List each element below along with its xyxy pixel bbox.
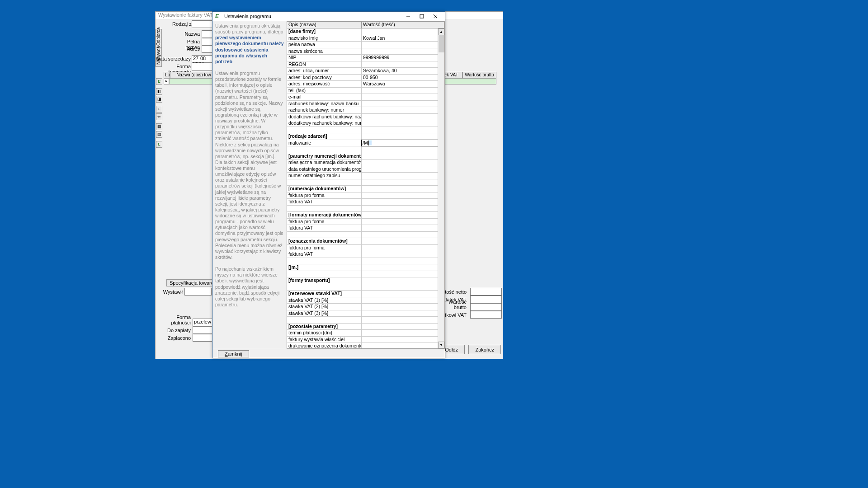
- table-row[interactable]: faktura pro forma: [287, 245, 438, 252]
- table-row[interactable]: dodatkowy rachunek bankowy: nazwa banku: [287, 114, 438, 121]
- tool-btn-6[interactable]: ▤: [156, 131, 162, 138]
- cell-wartosc[interactable]: 9999999999: [362, 55, 438, 61]
- cell-wartosc[interactable]: Warszawa: [362, 81, 438, 87]
- cell-wartosc[interactable]: [362, 212, 438, 218]
- cell-wartosc[interactable]: [362, 133, 438, 140]
- cell-wartosc[interactable]: [362, 61, 438, 68]
- cell-wartosc[interactable]: [362, 153, 438, 160]
- table-row[interactable]: malowanie/M: [287, 140, 438, 147]
- podatek-vat-input[interactable]: [470, 296, 502, 303]
- tool-btn-4[interactable]: ⇐: [156, 113, 162, 120]
- table-row[interactable]: nazwa skrócona: [287, 48, 438, 55]
- odatkowi-vat-input[interactable]: [470, 311, 502, 319]
- table-row[interactable]: [rodzaje zdarzeń]: [287, 133, 438, 140]
- cell-wartosc[interactable]: [362, 317, 438, 323]
- cell-wartosc[interactable]: [362, 337, 438, 343]
- table-row[interactable]: adres: miejscowośćWarszawa: [287, 81, 438, 88]
- cell-wartosc[interactable]: [362, 219, 438, 225]
- table-row[interactable]: stawka VAT (1) [%]: [287, 297, 438, 304]
- cell-wartosc[interactable]: Kowal Jan: [362, 35, 438, 42]
- close-button[interactable]: [429, 12, 442, 21]
- cell-wartosc[interactable]: 00-950: [362, 75, 438, 81]
- cell-wartosc[interactable]: [362, 146, 438, 153]
- table-row[interactable]: [287, 317, 438, 324]
- table-row[interactable]: dodatkowy rachunek bankowy: numer: [287, 120, 438, 127]
- cell-wartosc[interactable]: /M: [362, 140, 438, 146]
- wystawil-input[interactable]: [184, 288, 212, 296]
- table-row[interactable]: NIP9999999999: [287, 55, 438, 61]
- table-row[interactable]: miesięczna numeracja dokumentów: [287, 160, 438, 166]
- do-zaplaty-input[interactable]: [193, 326, 213, 334]
- table-row[interactable]: [jm.]: [287, 264, 438, 271]
- table-row[interactable]: [287, 232, 438, 239]
- cell-wartosc[interactable]: [362, 330, 438, 336]
- cell-wartosc[interactable]: [362, 28, 438, 35]
- maximize-button[interactable]: [415, 12, 429, 21]
- table-row[interactable]: [numeracja dokumentów]: [287, 186, 438, 192]
- cell-wartosc[interactable]: [362, 225, 438, 231]
- table-row[interactable]: tel. (fax): [287, 88, 438, 94]
- table-row[interactable]: e-mail: [287, 94, 438, 101]
- wartosc-brutto-input[interactable]: [470, 303, 502, 311]
- table-row[interactable]: [rezerwowe stawki VAT]: [287, 291, 438, 297]
- cell-wartosc[interactable]: [362, 42, 438, 48]
- cell-wartosc[interactable]: [362, 166, 438, 173]
- scroll-up-button[interactable]: ▲: [438, 28, 444, 35]
- tab-odbiorca[interactable]: Odbiorca: [156, 29, 162, 48]
- cell-wartosc[interactable]: [362, 186, 438, 192]
- cell-wartosc[interactable]: [362, 277, 438, 284]
- minimize-button[interactable]: [401, 12, 415, 21]
- table-row[interactable]: faktura pro forma: [287, 219, 438, 225]
- table-row[interactable]: data ostatniego uruchomienia programu: [287, 166, 438, 173]
- wartosc-netto-input[interactable]: [470, 288, 502, 296]
- table-row[interactable]: stawka VAT (3) [%]: [287, 310, 438, 317]
- cell-wartosc[interactable]: [362, 238, 438, 244]
- table-row[interactable]: [287, 258, 438, 265]
- zamknij-button[interactable]: Zamknij: [218, 350, 249, 357]
- table-row[interactable]: [287, 179, 438, 186]
- forma-platnosci-input[interactable]: przelew: [193, 319, 213, 326]
- cell-wartosc[interactable]: [362, 271, 438, 277]
- tool-e-icon[interactable]: E: [156, 78, 162, 85]
- cell-wartosc[interactable]: [362, 101, 438, 107]
- table-row[interactable]: stawka VAT (2) [%]: [287, 304, 438, 310]
- table-row[interactable]: numer ostatniego zapisu: [287, 173, 438, 179]
- cell-wartosc[interactable]: [362, 251, 438, 258]
- cell-wartosc[interactable]: [362, 264, 438, 271]
- table-row[interactable]: [287, 146, 438, 153]
- table-row[interactable]: [287, 206, 438, 212]
- table-row[interactable]: [pozostałe parametry]: [287, 324, 438, 330]
- cell-wartosc[interactable]: [362, 94, 438, 100]
- table-row[interactable]: nazwisko imięKowal Jan: [287, 35, 438, 42]
- table-row[interactable]: [parametry numeracji dokumentów]: [287, 153, 438, 160]
- table-row[interactable]: drukowanie oznaczenia dokumentu: [287, 343, 438, 348]
- zaplacono-input[interactable]: [193, 334, 213, 342]
- cell-wartosc[interactable]: [362, 192, 438, 199]
- table-row[interactable]: rachunek bankowy: nazwa banku: [287, 101, 438, 108]
- cell-wartosc[interactable]: [362, 114, 438, 120]
- edit-cell[interactable]: /M: [361, 140, 438, 147]
- cell-wartosc[interactable]: [362, 310, 438, 317]
- cell-wartosc[interactable]: [362, 206, 438, 212]
- cell-wartosc[interactable]: [362, 120, 438, 127]
- cell-wartosc[interactable]: [362, 291, 438, 297]
- tool-btn-5[interactable]: ▦: [156, 123, 162, 130]
- cell-wartosc[interactable]: [362, 88, 438, 94]
- cell-wartosc[interactable]: [362, 199, 438, 205]
- table-row[interactable]: termin płatności [dni]: [287, 330, 438, 337]
- table-row[interactable]: faktura VAT: [287, 251, 438, 258]
- cell-wartosc[interactable]: [362, 173, 438, 179]
- table-row[interactable]: faktura VAT: [287, 199, 438, 206]
- table-row[interactable]: faktury wystawia właściciel: [287, 337, 438, 343]
- table-row[interactable]: [formy transportu]: [287, 277, 438, 284]
- cell-wartosc[interactable]: [362, 160, 438, 166]
- cell-wartosc[interactable]: [362, 297, 438, 304]
- table-row[interactable]: REGON: [287, 61, 438, 68]
- cell-wartosc[interactable]: [362, 127, 438, 133]
- table-row[interactable]: faktura pro forma: [287, 192, 438, 199]
- table-row[interactable]: adres: ulica, numerSezamkowa, 40: [287, 68, 438, 75]
- table-row[interactable]: [287, 127, 438, 134]
- cell-wartosc[interactable]: Sezamkowa, 40: [362, 68, 438, 74]
- table-row[interactable]: pełna nazwa: [287, 42, 438, 48]
- zakoncz-button[interactable]: Zakończ: [468, 345, 501, 354]
